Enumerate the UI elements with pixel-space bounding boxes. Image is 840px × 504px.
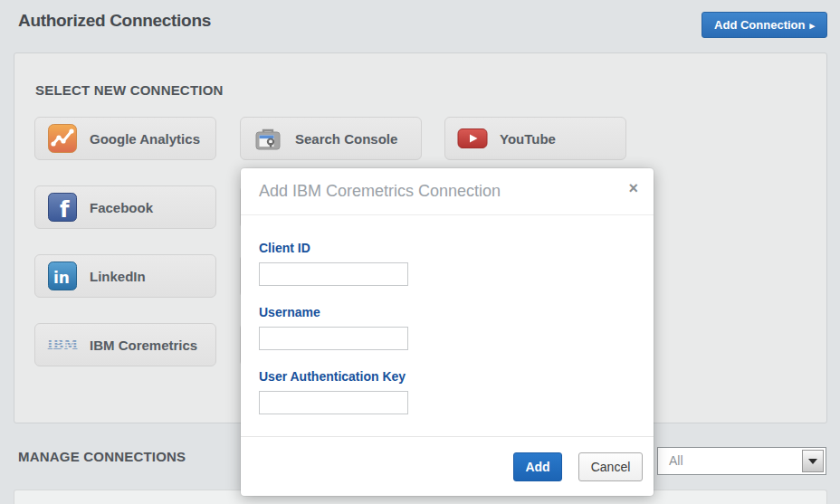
cancel-button[interactable]: Cancel [578,452,643,481]
client-id-input[interactable] [259,262,408,286]
client-id-label: Client ID [259,241,635,255]
search-console-icon [253,124,283,153]
youtube-icon [457,124,488,153]
modal-title: Add IBM Coremetrics Connection [259,182,501,201]
facebook-icon: f [47,193,78,222]
ibm-icon: IBM [47,338,78,352]
page: Authorized Connections Add Connection▸ S… [0,0,840,504]
page-title: Authorized Connections [18,11,211,31]
connection-button-linkedin[interactable]: in LinkedIn [34,254,216,298]
add-connection-button[interactable]: Add Connection▸ [702,12,827,38]
connection-label: YouTube [500,131,556,147]
modal-footer: Add Cancel [241,436,654,496]
add-ibm-coremetrics-modal: Add IBM Coremetrics Connection × Client … [241,168,654,496]
modal-body: Client ID Username User Authentication K… [241,215,654,414]
connection-label: LinkedIn [90,269,146,284]
user-authentication-key-label: User Authentication Key [259,369,635,384]
manage-connections-heading: MANAGE CONNECTIONS [18,449,186,464]
connection-label: Facebook [90,200,153,215]
svg-text:IBM: IBM [47,338,78,352]
connection-label: IBM Coremetrics [90,338,197,353]
connection-filter-select[interactable]: All [657,447,826,475]
chevron-down-icon[interactable] [802,450,824,472]
connection-label: Google Analytics [90,131,200,147]
user-authentication-key-input[interactable] [259,391,408,414]
connection-button-ibm-coremetrics[interactable]: IBM IBM Coremetrics [34,323,216,366]
username-input[interactable] [259,327,408,350]
connection-button-search-console[interactable]: Search Console [240,117,422,160]
right-arrow-icon: ▸ [809,20,815,31]
linkedin-icon: in [47,262,78,290]
connection-button-facebook[interactable]: f Facebook [34,185,216,229]
close-icon[interactable]: × [628,180,638,196]
connection-button-google-analytics[interactable]: Google Analytics [34,117,216,160]
add-button[interactable]: Add [513,452,562,481]
svg-text:f: f [60,197,70,222]
google-analytics-icon [47,124,78,153]
svg-text:in: in [53,269,70,287]
add-connection-label: Add Connection [714,18,805,32]
connection-label: Search Console [295,131,397,147]
select-new-connection-heading: SELECT NEW CONNECTION [35,82,224,98]
filter-selected-value: All [669,453,683,468]
connection-button-youtube[interactable]: YouTube [444,117,626,160]
modal-header: Add IBM Coremetrics Connection × [241,168,654,215]
username-label: Username [259,305,635,319]
